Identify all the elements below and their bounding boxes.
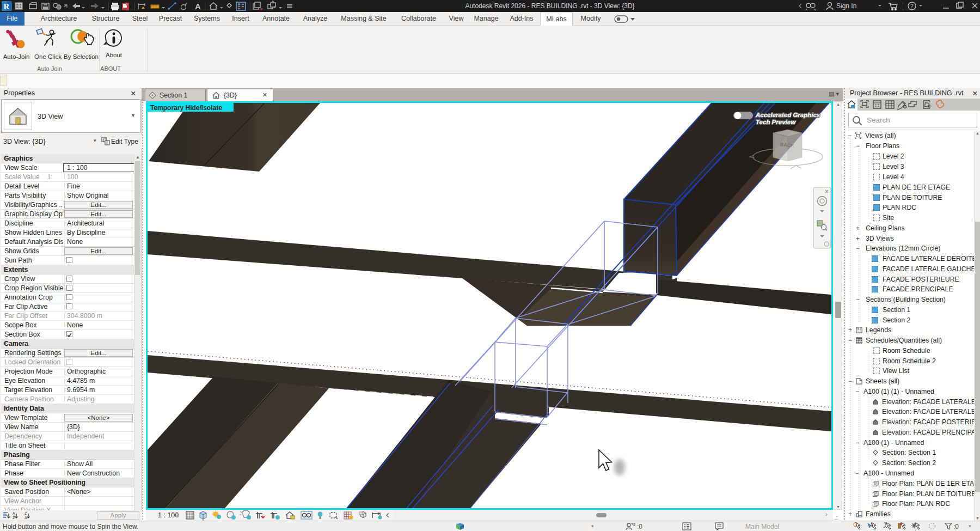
svg-text:Z: Z	[24, 511, 27, 515]
svg-text:A: A	[195, 2, 201, 11]
svg-text:Sign In: Sign In	[836, 2, 856, 10]
svg-text::0: :0	[953, 523, 959, 530]
svg-text:Tech Preview: Tech Preview	[756, 119, 796, 125]
svg-text:Temporary Hide/Isolate: Temporary Hide/Isolate	[150, 104, 222, 112]
svg-text:A: A	[24, 516, 27, 520]
svg-text:Accelerated Graphics: Accelerated Graphics	[755, 112, 820, 118]
svg-text:R: R	[4, 2, 10, 11]
svg-text:A: A	[13, 511, 15, 515]
svg-text:Z: Z	[13, 516, 15, 520]
svg-text:?: ?	[910, 3, 914, 9]
